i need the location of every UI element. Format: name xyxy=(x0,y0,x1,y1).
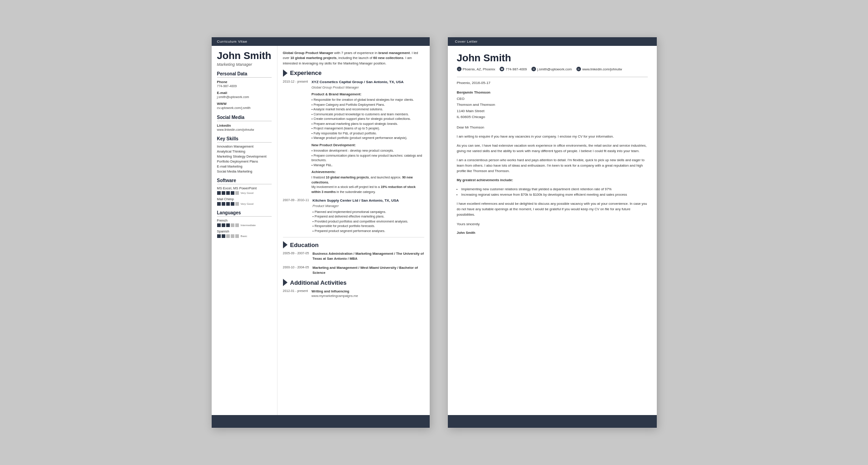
skill-dot xyxy=(217,234,221,238)
skill-dot xyxy=(226,202,230,206)
cv-footer xyxy=(212,415,430,428)
cl-phone: ☎ 774-987-4009 xyxy=(500,67,527,71)
software-list: MS Excel, MS PowerPointVery GoodMail Chi… xyxy=(217,186,272,206)
skill-dot xyxy=(217,223,221,227)
cl-phone-text: 774-987-4009 xyxy=(506,67,527,71)
phone-value: 774-987-4009 xyxy=(217,84,272,89)
skill-bar: Very Good xyxy=(217,191,272,195)
cl-achievement-item: Increasing regional sales revenue from $… xyxy=(461,192,648,198)
skill-item: Innovation Management xyxy=(217,144,272,148)
cl-achievement-item: Implementing new customer relations stra… xyxy=(461,187,648,192)
languages-title: Languages xyxy=(217,210,272,217)
cover-letter-page: Cover Letter John Smith ⊙ Phoenix, AZ, P… xyxy=(448,37,657,428)
skill-dot xyxy=(217,202,221,206)
skill-dot xyxy=(235,234,239,238)
skill-dot xyxy=(222,234,225,238)
linkedin-label: LinkedIn xyxy=(217,124,272,128)
cl-achievements-list: Implementing new customer relations stra… xyxy=(461,187,648,198)
cl-recipient: Benjamin ThomsonCEOThomson and Thomson11… xyxy=(457,89,648,120)
languages-list: FrenchIntermediateSpanishBasic xyxy=(217,218,272,238)
skill-dot xyxy=(226,234,230,238)
skill-dot xyxy=(222,223,225,227)
cl-body: John Smith ⊙ Phoenix, AZ, Phoenix ☎ 774-… xyxy=(448,46,657,415)
activities-list: 2012-01 - presentWriting and Influencing… xyxy=(283,289,424,299)
activity-entry: 2012-01 - presentWriting and Influencing… xyxy=(283,289,424,299)
skill-dot xyxy=(235,202,239,206)
activities-arrow-icon xyxy=(283,279,288,286)
cv-sidebar: John Smith Marketing Manager Personal Da… xyxy=(212,46,278,415)
cl-email: ✉ j.smith@uptowork.com xyxy=(531,67,572,71)
location-icon: ⊙ xyxy=(457,67,461,71)
cv-page: Curriculum Vitae John Smith Marketing Ma… xyxy=(212,37,430,428)
education-arrow-icon xyxy=(283,241,288,248)
divider xyxy=(283,237,424,237)
cl-salutation: Dear Mr Thomson xyxy=(457,125,648,130)
skill-dot xyxy=(235,223,239,227)
education-entry: 2005-09 - 2007-05Business Administration… xyxy=(283,251,424,262)
cl-divider xyxy=(457,77,648,77)
exp-date: 2010-12 - present xyxy=(283,79,308,195)
cl-contact-line: ⊙ Phoenix, AZ, Phoenix ☎ 774-987-4009 ✉ … xyxy=(457,67,648,71)
cl-paragraph: I am writing to enquire if you have any … xyxy=(457,134,648,139)
skill-dot xyxy=(226,191,230,195)
skill-bar: Intermediate xyxy=(217,223,272,227)
cl-footer xyxy=(448,415,657,428)
personal-data-title: Personal Data xyxy=(217,71,272,78)
skill-dot xyxy=(226,223,230,227)
software-item: MS Excel, MS PowerPointVery Good xyxy=(217,186,272,195)
skill-dot xyxy=(217,191,221,195)
phone-icon: ☎ xyxy=(500,67,504,71)
skill-item: Portfolio Deployment Plans xyxy=(217,159,272,163)
skill-dot xyxy=(231,223,234,227)
software-item: FrenchIntermediate xyxy=(217,218,272,227)
cv-intro: Global Group Product Manager with 7 year… xyxy=(283,50,424,66)
skill-dot xyxy=(231,191,234,195)
skill-item: Analytical Thinking xyxy=(217,149,272,153)
education-entry: 2000-10 - 2004-05Marketing and Managemen… xyxy=(283,265,424,276)
experience-heading: Experience xyxy=(283,69,424,77)
education-heading-text: Education xyxy=(290,242,319,248)
experience-entry: 2007-09 - 2010-11Kitchen Supply Center L… xyxy=(283,198,424,233)
skill-dot xyxy=(222,202,225,206)
social-media-title: Social Media xyxy=(217,115,272,121)
cv-main-content: Global Group Product Manager with 7 year… xyxy=(278,46,430,415)
cl-location: ⊙ Phoenix, AZ, Phoenix xyxy=(457,67,496,71)
cv-name: John Smith xyxy=(217,50,272,61)
cl-date: Phoenix, 2016-05-17 xyxy=(457,81,648,85)
exp-content: Kitchen Supply Center Ltd / San Antonio,… xyxy=(312,198,424,233)
cl-paragraph: As you can see, I have had extensive vac… xyxy=(457,143,648,154)
skill-item: E-mail Marketing xyxy=(217,164,272,168)
software-item: SpanishBasic xyxy=(217,229,272,238)
exp-content: XYZ Cosmetics Capital Group / San Antoni… xyxy=(312,79,424,195)
software-title: Software xyxy=(217,178,272,184)
skill-bar: Very Good xyxy=(217,202,272,206)
phone-label: Phone xyxy=(217,80,272,84)
experience-entry: 2010-12 - presentXYZ Cosmetics Capital G… xyxy=(283,79,424,195)
cl-linkedin: in www.linkedin.com/johnutw xyxy=(576,67,622,71)
skill-dot xyxy=(222,191,225,195)
www-value: cv.uptowork.com/j.smith xyxy=(217,106,272,110)
cl-paragraphs: I am writing to enquire if you have any … xyxy=(457,134,648,174)
cl-name: John Smith xyxy=(457,52,648,64)
skill-item: Marketing Strategy Development xyxy=(217,154,272,158)
cl-email-text: j.smith@uptowork.com xyxy=(537,67,572,71)
experience-arrow-icon xyxy=(283,69,288,77)
activities-heading: Additional Activities xyxy=(283,279,424,286)
cv-header-label: Curriculum Vitae xyxy=(217,40,248,44)
email-value: j.smith@uptowork.com xyxy=(217,95,272,99)
cv-job-title: Marketing Manager xyxy=(217,62,272,67)
cl-header-label: Cover Letter xyxy=(455,40,478,44)
cv-header-bar: Curriculum Vitae xyxy=(212,37,430,46)
cl-paragraph: I am a conscientious person who works ha… xyxy=(457,158,648,174)
cl-achievements-intro: My greatest achievements include: xyxy=(457,178,648,183)
cv-body: John Smith Marketing Manager Personal Da… xyxy=(212,46,430,415)
cl-header-bar: Cover Letter xyxy=(448,37,657,46)
pages-container: Curriculum Vitae John Smith Marketing Ma… xyxy=(212,37,657,428)
education-heading: Education xyxy=(283,241,424,248)
cl-closing-paragraph: I have excellent references and would be… xyxy=(457,201,648,218)
skill-item: Social Media Marketing xyxy=(217,169,272,173)
email-label: E-mail xyxy=(217,91,272,95)
experience-list: 2010-12 - presentXYZ Cosmetics Capital G… xyxy=(283,79,424,233)
software-item: Mail ChimpVery Good xyxy=(217,197,272,206)
cl-signature: John Smith xyxy=(457,231,648,235)
